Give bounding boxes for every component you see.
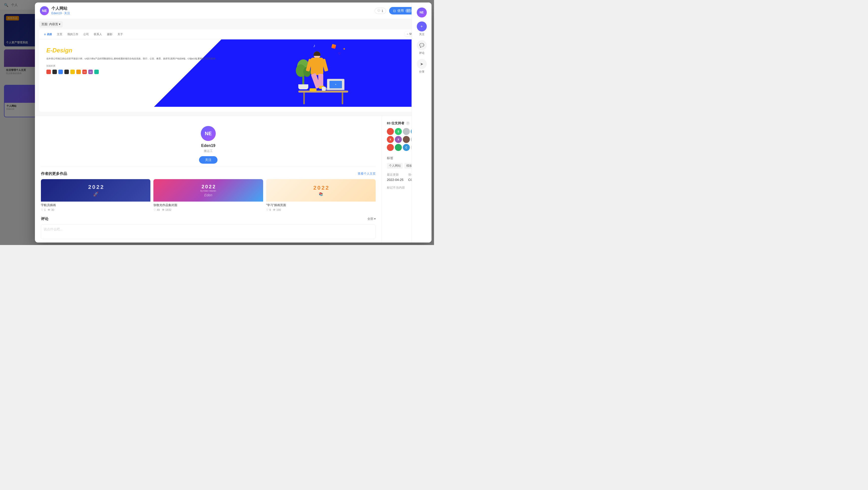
- modal-logo: NE: [40, 6, 49, 15]
- nav-about: 关于: [118, 32, 123, 36]
- heart-icon: ♡: [377, 9, 380, 13]
- skill-icon-6: [76, 70, 81, 74]
- work-thumb-2: 2 0 2 2 by Eden Wantin Eden: [153, 179, 263, 202]
- work-content-2: 2 0 2 2 by Eden Wantin Eden: [153, 182, 263, 199]
- skill-icon-4: [64, 70, 69, 74]
- skill-icon-1: [46, 70, 51, 74]
- work-content-3: 2 0 2 2 📚: [313, 185, 328, 196]
- share-label: 分享: [419, 70, 425, 73]
- supporter-3[interactable]: [403, 128, 410, 135]
- work-num-1: 2 0 2 2 🚀: [88, 184, 103, 197]
- work-card-3[interactable]: 2 0 2 2 📚 "学习"插画页面 ♡ 9 👁 190: [266, 179, 376, 212]
- work-title-3: "学习"插画页面: [266, 203, 376, 207]
- last-update-value: 2022-04-25: [387, 178, 405, 182]
- view-all-comments[interactable]: 全部 ▾: [367, 217, 376, 221]
- supporter-1[interactable]: [387, 128, 394, 135]
- supporter-13[interactable]: C: [403, 144, 410, 151]
- more-works-header: 作者的更多作品 查看个人主页: [41, 172, 376, 176]
- page-selector[interactable]: 页面: 内容页 ▾: [39, 21, 63, 27]
- zoom-minus-btn[interactable]: −: [407, 32, 408, 35]
- desk-illustration: [298, 91, 348, 104]
- panel-comment-btn[interactable]: 💬 评论: [417, 40, 427, 55]
- work-card-2[interactable]: 2 0 2 2 by Eden Wantin Eden 弥散光作品集封面 ♡ 4…: [153, 179, 263, 212]
- use-label: 使用: [397, 8, 404, 13]
- skill-icons: Ad Ae: [46, 70, 245, 74]
- like-button[interactable]: ♡ 1: [375, 8, 386, 14]
- work-heart-1: ♡ 1: [41, 208, 45, 212]
- comments-header: 评论 全部 ▾: [41, 217, 376, 221]
- preview-section: 页面: 内容页 ▾ ⊕ 易搜 主页 我的工作 公司 联系人: [35, 19, 432, 116]
- supporters-question[interactable]: ?: [406, 121, 410, 125]
- modal-header-info: 个人网站 Eden19 · 关注: [51, 6, 375, 16]
- skill-icon-5: [70, 70, 75, 74]
- author-role: 搬运工: [204, 149, 213, 153]
- share-icon: ➤: [417, 59, 427, 69]
- work-card-1[interactable]: 2 0 2 2 🚀 宇航员插画 ♡ 1 👁 30: [41, 179, 150, 212]
- follow-icon: +: [417, 22, 427, 31]
- site-hero-text: E-Design 在外资公司独立岗位任职平面设计师、UI设计师&产品经理数据职位…: [39, 39, 253, 107]
- work-stats-3: ♡ 9 👁 190: [266, 208, 376, 212]
- supporter-11[interactable]: [387, 144, 394, 151]
- supporters-count: 83 位支持者: [387, 121, 404, 125]
- nav-work: 我的工作: [67, 32, 78, 36]
- supporter-6[interactable]: X: [387, 136, 394, 143]
- skill-icon-9: [94, 70, 99, 74]
- supporter-7[interactable]: X: [395, 136, 402, 143]
- modal: NE 个人网站 Eden19 · 关注 ♡ 1 ⊡ 使用 97 × 页面: 内容: [35, 2, 432, 243]
- supporter-8[interactable]: [403, 136, 410, 143]
- more-works-title: 作者的更多作品: [41, 172, 67, 176]
- work-views-1: 👁 30: [48, 208, 54, 212]
- site-nav: ⊕ 易搜 主页 我的工作 公司 联系人 摄影 关于 个人网站: [39, 29, 428, 39]
- modal-subtitle[interactable]: Eden19 · 关注: [51, 11, 375, 16]
- follow-button[interactable]: 关注: [199, 156, 217, 164]
- modal-content: NE Eden19 搬运工 关注 作者的更多作品 查看个人主页: [35, 116, 432, 243]
- follow-label: 关注: [419, 32, 425, 36]
- right-floating-panel: NE + 关注 💬 评论 ➤ 分享: [411, 2, 432, 243]
- nav-photo: 摄影: [107, 32, 113, 36]
- view-all-link[interactable]: 查看个人主页: [358, 172, 376, 176]
- comments-section: 评论 全部 ▾ 说点什么吧...: [41, 217, 376, 243]
- supporter-12[interactable]: [395, 144, 402, 151]
- work-title-2: 弥散光作品集封面: [153, 203, 263, 207]
- skill-icon-3: [58, 70, 63, 74]
- nav-company: 公司: [83, 32, 89, 36]
- modal-title: 个人网站: [51, 6, 375, 11]
- site-hero: E-Design 在外资公司独立岗位任职平面设计师、UI设计师&产品经理数据职位…: [39, 39, 428, 107]
- laptop-illustration: ✦: [327, 79, 344, 91]
- skills-label: 技能积累: [46, 64, 245, 68]
- comment-input[interactable]: 说点什么吧...: [41, 224, 376, 239]
- comment-placeholder: 说点什么吧...: [44, 227, 63, 231]
- supporter-2[interactable]: S: [395, 128, 402, 135]
- panel-follow-btn[interactable]: + 关注: [417, 22, 427, 36]
- more-works-section: 作者的更多作品 查看个人主页 2 0 2 2 🚀: [41, 172, 376, 212]
- work-stats-1: ♡ 1 👁 30: [41, 208, 150, 212]
- heart-deco: ♡: [338, 52, 341, 55]
- skill-icon-7: Ad: [82, 70, 87, 74]
- work-stats-2: ♡ 49 👁 1832: [153, 208, 263, 212]
- tag-1[interactable]: 个人网站: [387, 163, 403, 169]
- comment-icon: 💬: [417, 40, 427, 50]
- skill-icon-8: Ae: [88, 70, 93, 74]
- author-avatar: NE: [201, 126, 216, 141]
- main-content-area: NE Eden19 搬运工 关注 作者的更多作品 查看个人主页: [35, 116, 382, 243]
- music-deco: ♪: [313, 43, 315, 49]
- panel-avatar: NE: [417, 7, 427, 18]
- author-info: NE Eden19 搬运工 关注: [41, 121, 376, 166]
- person-illustration: [306, 52, 328, 91]
- like-count: 1: [381, 9, 383, 13]
- work-heart-2: ♡ 49: [153, 208, 160, 212]
- work-heart-3: ♡ 9: [266, 208, 271, 212]
- box-deco: [331, 44, 336, 49]
- work-views-3: 👁 190: [273, 208, 281, 212]
- panel-share-btn[interactable]: ➤ 分享: [417, 59, 427, 73]
- author-name: Eden19: [201, 144, 216, 148]
- preview-frame: ⊕ 易搜 主页 我的工作 公司 联系人 摄影 关于 个人网站: [39, 29, 428, 112]
- site-hero-title: E-Design: [46, 47, 245, 54]
- preview-image: ⊕ 易搜 主页 我的工作 公司 联系人 摄影 关于 个人网站: [39, 29, 428, 112]
- work-thumb-1: 2 0 2 2 🚀: [41, 179, 150, 202]
- works-grid: 2 0 2 2 🚀 宇航员插画 ♡ 1 👁 30: [41, 179, 376, 212]
- site-hero-desc: 在外资公司独立岗位任职平面设计师、UI设计师&产品经理数据职位,拥有精通的项目自…: [46, 57, 245, 60]
- nav-main: 主页: [57, 32, 62, 36]
- skill-icon-2: [52, 70, 57, 74]
- comments-title: 评论: [41, 217, 49, 221]
